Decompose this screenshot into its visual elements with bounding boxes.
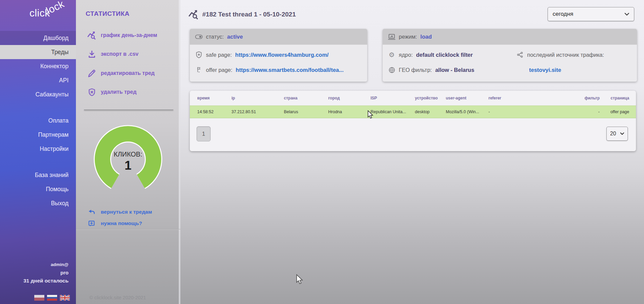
sidebar-item-threads[interactable]: Треды: [0, 45, 76, 59]
col-time: время: [190, 96, 231, 100]
stats-item-label: удалить тред: [101, 89, 136, 95]
cell-country: Belarus: [284, 110, 328, 114]
cell-device: desktop: [415, 110, 446, 114]
chevron-down-icon: [620, 132, 624, 135]
stats-bottom-divider: [76, 229, 180, 229]
pencil-icon: [87, 69, 96, 78]
offer-page-label: offer page:: [206, 67, 232, 73]
stats-item-edit-thread[interactable]: редактировать тред: [76, 67, 180, 80]
gauge-label: КЛИКОВ:: [90, 150, 166, 158]
table-row[interactable]: 14:58:52 37.212.80.51 Belarus Hrodna Rep…: [190, 105, 636, 118]
sidebar-group-help: База знаний Помощь Выход: [0, 168, 76, 210]
stats-item-day-chart[interactable]: график день-за-днем: [76, 29, 180, 42]
thread-title: #182 Test thread 1 - 05-10-2021: [202, 11, 296, 18]
stats-item-delete-thread[interactable]: удалить тред: [76, 85, 180, 99]
cell-page: offer page: [600, 110, 635, 114]
col-page: страница: [600, 96, 635, 100]
sidebar-item-payment[interactable]: Оплата: [0, 114, 76, 128]
cell-user-agent: Mozilla/5.0 (Win...: [446, 110, 488, 114]
status-value: active: [227, 34, 243, 40]
geo-filter-value: allow - Belarus: [435, 67, 474, 73]
cell-city: Hrodna: [328, 110, 371, 114]
toggle-icon: [195, 34, 203, 39]
sidebar-item-api[interactable]: API: [0, 73, 76, 87]
shield-star-icon: [195, 51, 203, 58]
core-label: ядро:: [399, 52, 413, 58]
period-select-value: сегодня: [553, 11, 573, 17]
col-referer: referer: [488, 96, 568, 100]
col-filter: фильтр: [568, 96, 600, 100]
geo-filter-row: ГЕО фильтр: allow - Belarus: [383, 65, 474, 75]
cell-referer: -: [488, 110, 568, 114]
flag-icon: [195, 66, 203, 74]
app-root: clicklock Дашборд Треды Коннектор API Са…: [0, 0, 644, 304]
gauge-value: 1: [90, 159, 166, 173]
col-ip: ip: [231, 96, 284, 100]
clicks-gauge: КЛИКОВ: 1: [90, 122, 166, 190]
chevron-down-icon: [625, 13, 629, 16]
chart-zoom-icon: [188, 9, 199, 19]
stats-item-label: экспорт в .csv: [101, 51, 138, 57]
traffic-source-link-row: testovyi.site: [524, 65, 561, 75]
safe-page-row: safe page: https://www.flowers4hamburg.c…: [190, 50, 329, 60]
sidebar-item-knowledge-base[interactable]: База знаний: [0, 168, 76, 182]
account-days-left: 31 дней осталось: [24, 277, 69, 285]
geo-filter-label: ГЕО фильтр:: [399, 67, 432, 73]
comment-plus-icon: [87, 219, 95, 227]
mode-card: режим: load ⚙ ядро: default clicklock fi…: [383, 29, 637, 82]
traffic-source-link[interactable]: testovyi.site: [529, 67, 561, 73]
sidebar-item-help[interactable]: Помощь: [0, 182, 76, 196]
col-isp: ISP: [371, 96, 415, 100]
back-to-threads-link[interactable]: вернуться к тредам: [76, 207, 180, 217]
thread-header: #182 Test thread 1 - 05-10-2021: [188, 9, 296, 19]
core-value: default clicklock filter: [416, 52, 473, 58]
cell-time: 14:58:52: [190, 110, 231, 114]
globe-icon: [388, 67, 395, 74]
sidebar-item-dashboard[interactable]: Дашборд: [0, 31, 76, 45]
undo-icon: [87, 208, 95, 216]
sidebar-item-logout[interactable]: Выход: [0, 196, 76, 210]
download-icon: [87, 49, 96, 59]
page-button-1[interactable]: 1: [197, 126, 211, 141]
safe-page-link[interactable]: https://www.flowers4hamburg.com/: [235, 52, 329, 58]
safe-page-label: safe page:: [206, 52, 232, 58]
table-header-row: время ip страна город ISP устройство use…: [190, 91, 636, 105]
status-card-header: статус: active: [190, 29, 367, 45]
sidebar-item-connector[interactable]: Коннектор: [0, 59, 76, 73]
offer-page-row: offer page: https://www.smartbets.com/fo…: [190, 65, 344, 75]
sidebar: clicklock Дашборд Треды Коннектор API Са…: [0, 0, 76, 304]
page-size-select[interactable]: 20: [606, 127, 628, 141]
mode-label: режим:: [399, 34, 417, 40]
chart-zoom-icon: [87, 31, 96, 40]
flag-uk-icon[interactable]: [60, 295, 70, 301]
offer-page-link[interactable]: https://www.smartbets.com/football/tea..…: [236, 67, 344, 73]
status-label: статус:: [206, 34, 224, 40]
cell-isp: Republican Unita...: [371, 110, 415, 114]
language-switcher: [34, 295, 70, 301]
mouse-cursor-main: [296, 274, 303, 285]
stats-item-label: редактировать тред: [101, 70, 155, 76]
traffic-source-label: последний источник трафика:: [527, 52, 604, 58]
col-device: устройство: [415, 96, 446, 100]
status-card: статус: active safe page: https://www.fl…: [190, 29, 367, 82]
stats-item-export-csv[interactable]: экспорт в .csv: [76, 47, 180, 61]
shield-x-icon: [87, 87, 96, 97]
copyright: © clicklock.site 2020-2021: [89, 295, 146, 300]
flag-poland-icon[interactable]: [34, 295, 44, 301]
need-help-link[interactable]: нужна помощь?: [76, 218, 180, 228]
back-to-threads-label: вернуться к тредам: [101, 209, 152, 215]
col-city: город: [328, 96, 371, 100]
cell-ip: 37.212.80.51: [231, 110, 284, 114]
mode-value: load: [420, 34, 432, 40]
share-icon: [516, 51, 524, 58]
sidebar-item-partners[interactable]: Партнерам: [0, 128, 76, 142]
sidebar-item-subaccounts[interactable]: Сабакаунты: [0, 87, 76, 101]
account-email: admin@: [24, 261, 69, 269]
flag-russia-icon[interactable]: [47, 295, 57, 301]
app-logo: clicklock: [30, 7, 69, 19]
account-plan: pro: [24, 269, 69, 277]
stats-item-label: график день-за-днем: [101, 32, 157, 38]
screen-share-icon: [388, 34, 395, 40]
sidebar-item-settings[interactable]: Настройки: [0, 142, 76, 156]
period-select[interactable]: сегодня: [548, 7, 634, 21]
